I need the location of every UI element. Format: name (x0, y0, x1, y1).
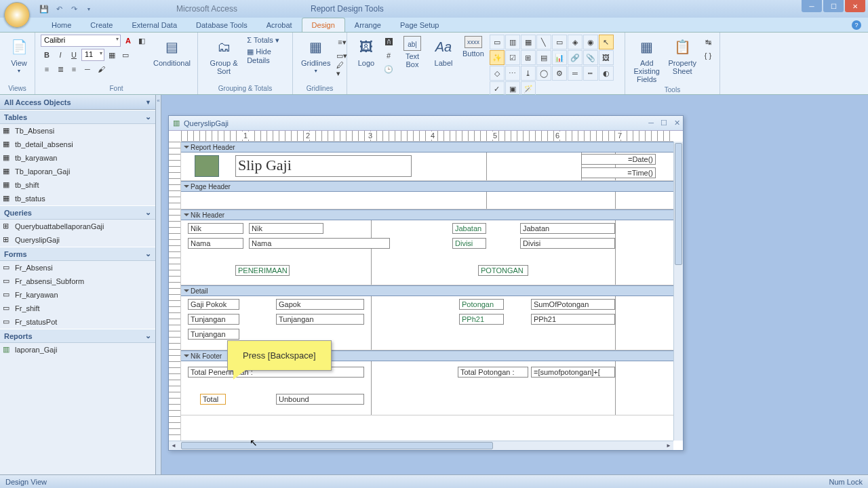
special-effect-icon[interactable]: ◐ (599, 66, 614, 81)
close-button[interactable]: ✕ (845, 0, 865, 12)
more-controls-icon[interactable]: ⋯ (505, 66, 520, 81)
help-icon[interactable]: ? (852, 20, 861, 30)
time-field[interactable]: =Time() (581, 167, 656, 178)
nav-item-query[interactable]: ⊞QuerybuattabellaporanGaji (0, 220, 155, 233)
nav-item-form[interactable]: ▭Fr_statusPot (0, 315, 155, 329)
save-icon[interactable]: 💾 (39, 4, 49, 14)
collapse-icon[interactable]: ⌄ (145, 331, 151, 340)
gaji-pokok-label[interactable]: Gaji Pokok (188, 299, 239, 310)
date-time-icon[interactable]: 🕒 (382, 63, 395, 75)
nav-item-table[interactable]: ▦Tb_laporan_Gaji (0, 165, 155, 178)
tab-acrobat[interactable]: Acrobat (257, 18, 302, 32)
attachment-icon[interactable]: 📎 (583, 50, 598, 65)
tunjangan-field[interactable]: Tunjangan (276, 314, 364, 325)
potongan-label[interactable]: POTONGAN (478, 265, 528, 276)
line-thickness-icon[interactable]: ═ (568, 66, 583, 81)
nav-item-table[interactable]: ▦tb_karyawan (0, 151, 155, 165)
logo-button[interactable]: 🖼Logo (353, 35, 380, 68)
divisi-label[interactable]: Divisi (452, 238, 486, 249)
pph21-label[interactable]: PPh21 (459, 314, 504, 325)
list-box-icon[interactable]: ▥ (505, 35, 520, 49)
option-group-icon[interactable]: ◉ (583, 35, 598, 49)
unbound-frame-icon[interactable]: ◇ (490, 66, 505, 81)
use-wizards-icon[interactable]: 🪄 (521, 81, 536, 96)
scroll-thumb[interactable] (181, 442, 493, 449)
gridlines-button[interactable]: ▦Gridlines▼ (298, 35, 333, 75)
tab-arrange[interactable]: Arrange (345, 18, 391, 32)
section-page-header[interactable]: Page Header (181, 181, 673, 192)
nav-item-query[interactable]: ⊞QueryslipGaji (0, 233, 155, 247)
activex-icon[interactable]: ⚙ (552, 66, 567, 81)
sumofpotongan-field[interactable]: SumOfPotongan (531, 299, 615, 310)
gapok-field[interactable]: Gapok (276, 299, 364, 310)
total-potongan-field[interactable]: =[sumofpotongan]+[ (531, 367, 615, 378)
grid-style-icon[interactable]: ▭▾ (336, 49, 348, 62)
nav-item-form[interactable]: ▭Fr_absensi_Subform (0, 274, 155, 288)
tab-create[interactable]: Create (81, 18, 122, 32)
tunjangan2-label[interactable]: Tunjangan (188, 329, 239, 340)
nav-item-form[interactable]: ▭Fr_karyawan (0, 288, 155, 302)
bold-button[interactable]: B (41, 49, 53, 61)
totals-button[interactable]: Σ Totals ▾ (247, 36, 287, 45)
nav-pane-header[interactable]: All Access Objects▼ (0, 95, 155, 110)
horizontal-ruler[interactable]: 1234567 (181, 131, 673, 142)
wizard-tool-icon[interactable]: ✨ (490, 50, 505, 65)
textbox-button[interactable]: ab|Text Box (397, 35, 427, 70)
set-defaults-icon[interactable]: ✓ (490, 81, 505, 96)
format-painter-icon[interactable]: 🖌 (95, 63, 107, 75)
logo-placeholder[interactable] (195, 155, 219, 177)
hyperlink-icon[interactable]: 🔗 (568, 50, 583, 65)
nik-field[interactable]: Nik (249, 223, 323, 234)
group-sort-button[interactable]: 🗂Group & Sort (203, 35, 244, 77)
view-button[interactable]: 📄View▼ (5, 35, 33, 75)
align-right-icon[interactable]: ≡ (68, 63, 80, 75)
date-field[interactable]: =Date() (581, 154, 656, 165)
checkbox-icon[interactable]: ☑ (505, 50, 520, 65)
image-icon[interactable]: 🖼 (599, 50, 614, 65)
nav-group-reports[interactable]: Reports⌄ (0, 329, 155, 343)
jabatan-label[interactable]: Jabatan (452, 223, 486, 234)
hide-details-button[interactable]: ▦ Hide Details (247, 47, 287, 64)
nav-item-form[interactable]: ▭Fr_shift (0, 302, 155, 315)
minimize-button[interactable]: ─ (802, 0, 822, 12)
select-all-icon[interactable]: ▣ (505, 81, 520, 96)
section-detail[interactable]: Detail (181, 285, 673, 296)
scroll-left-icon[interactable]: ◄ (169, 442, 178, 450)
tab-home[interactable]: Home (42, 18, 81, 32)
add-fields-button[interactable]: ▦Add Existing Fields (631, 35, 663, 85)
button-button[interactable]: xxxxButton (460, 35, 487, 59)
nav-group-forms[interactable]: Forms⌄ (0, 247, 155, 261)
tab-order-icon[interactable]: ↹ (702, 36, 714, 48)
tab-control-icon[interactable]: ▤ (536, 50, 551, 65)
document-title-bar[interactable]: ▥ QueryslipGaji ─ ☐ ✕ (169, 116, 683, 131)
align-left-icon[interactable]: ≡ (41, 63, 53, 75)
tab-database-tools[interactable]: Database Tools (186, 18, 257, 32)
line-color-icon[interactable]: ▭ (119, 49, 132, 61)
page-numbers-icon[interactable]: # (382, 49, 395, 62)
subform-icon[interactable]: ▦ (521, 35, 536, 49)
fill-color-icon[interactable]: ◧ (136, 35, 148, 47)
total-label-selected[interactable]: Total (200, 394, 226, 405)
nav-item-table[interactable]: ▦Tb_Absensi (0, 124, 155, 138)
jabatan-field[interactable]: Jabatan (520, 223, 615, 234)
doc-close-icon[interactable]: ✕ (674, 119, 680, 127)
vertical-ruler[interactable] (169, 142, 181, 441)
undo-icon[interactable]: ↶ (54, 4, 64, 14)
grid-color-icon[interactable]: 🖊▾ (336, 63, 348, 75)
nik-label[interactable]: Nik (188, 223, 243, 234)
line-icon[interactable]: ╲ (536, 35, 551, 49)
font-size-combo[interactable]: 11 (81, 49, 104, 61)
scroll-thumb[interactable] (675, 143, 682, 265)
maximize-button[interactable]: ☐ (823, 0, 844, 12)
bound-frame-icon[interactable]: ◈ (568, 35, 583, 49)
line-type-icon[interactable]: ┅ (583, 66, 598, 81)
page-break-icon[interactable]: ⤓ (521, 66, 536, 81)
potongan-detail-label[interactable]: Potongan (459, 299, 504, 310)
nav-group-queries[interactable]: Queries⌄ (0, 205, 155, 220)
nav-item-report[interactable]: ▥laporan_Gaji (0, 343, 155, 357)
total-potongan-label[interactable]: Total Potongan : (458, 367, 528, 378)
scroll-right-icon[interactable]: ► (664, 442, 673, 450)
label-button[interactable]: AaLabel (430, 35, 457, 68)
redo-icon[interactable]: ↷ (69, 4, 79, 14)
office-button[interactable] (4, 2, 30, 28)
